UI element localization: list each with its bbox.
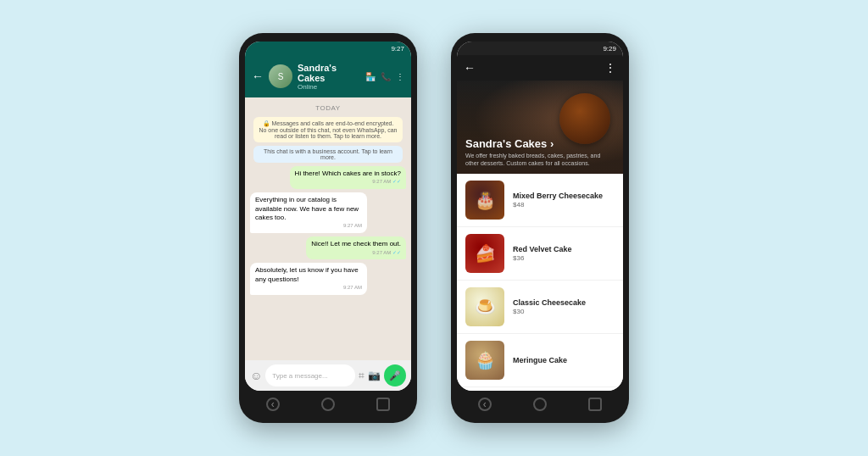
mic-button[interactable]: 🎤 (384, 364, 406, 386)
contact-status: Online (298, 83, 360, 91)
contact-name: Sandra's Cakes (298, 63, 360, 83)
item-info-1: Mixed Berry Cheesecake $48 (513, 192, 615, 209)
more-icon[interactable]: ⋮ (396, 72, 404, 81)
input-bar: ☺ Type a message... ⌗ 📷 🎤 (245, 360, 411, 391)
item-cake-1: 🎂 (465, 181, 504, 220)
phone-1-navbar (245, 394, 411, 414)
avatar-image: S (269, 64, 292, 88)
nav-recent-1[interactable] (376, 398, 390, 411)
item-price-3: $30 (513, 308, 615, 315)
message-time-1: 9:27 AM ✓✓ (295, 179, 401, 186)
item-name-4: Meringue Cake (513, 356, 615, 364)
catalog-item-3[interactable]: 🍮 Classic Cheesecake $30 (457, 281, 623, 334)
hero-text: Sandra's Cakes › We offer freshly baked … (465, 137, 615, 167)
business-name[interactable]: Sandra's Cakes › (465, 137, 615, 150)
nav-back-2[interactable] (478, 398, 492, 411)
message-4: Absolutely, let us know if you have any … (250, 263, 367, 295)
item-info-3: Classic Cheesecake $30 (513, 298, 615, 315)
nav-recent-2[interactable] (588, 398, 602, 411)
catalog-more-button[interactable]: ⋮ (604, 61, 616, 75)
business-description: We offer freshly baked breads, cakes, pa… (465, 152, 615, 167)
cake-icon-1: 🎂 (475, 190, 496, 210)
phone-1: 9:27 ← S Sandra's Cakes Online 🏪 📞 ⋮ TOD… (239, 33, 417, 423)
message-input-placeholder: Type a message... (272, 372, 327, 380)
catalog-list: 🎂 Mixed Berry Cheesecake $48 🍰 Red Velve… (457, 174, 623, 391)
item-image-2: 🍰 (465, 234, 504, 273)
emoji-button[interactable]: ☺ (250, 369, 262, 382)
status-time-1: 9:27 (391, 45, 404, 53)
item-info-4: Meringue Cake (513, 356, 615, 365)
phone-1-screen: 9:27 ← S Sandra's Cakes Online 🏪 📞 ⋮ TOD… (245, 42, 411, 391)
message-text-4: Absolutely, let us know if you have any … (255, 266, 362, 284)
contact-avatar: S (269, 64, 292, 88)
chat-body: TODAY 🔒 Messages and calls are end-to-en… (245, 97, 411, 360)
call-icon[interactable]: 📞 (381, 72, 391, 81)
nav-home-1[interactable] (321, 398, 335, 411)
catalog-item-2[interactable]: 🍰 Red Velvet Cake $36 (457, 227, 623, 281)
nav-back-1[interactable] (266, 398, 280, 411)
status-bar-2: 9:29 (457, 42, 623, 55)
phone-2: 9:29 ← ⋮ Sandra's Cakes › We offer fresh… (451, 33, 629, 423)
message-1: Hi there! Which cakes are in stock? 9:27… (290, 166, 406, 189)
message-3: Nice!! Let me check them out. 9:27 AM ✓✓ (306, 236, 406, 259)
catalog-item-4[interactable]: 🧁 Meringue Cake (457, 334, 623, 387)
status-bar-1: 9:27 (245, 42, 411, 55)
cake-icon-3: 🍮 (475, 297, 496, 317)
item-info-2: Red Velvet Cake $36 (513, 245, 615, 262)
catalog-back-button[interactable]: ← (464, 61, 476, 75)
message-text-2: Everything in our catalog is available n… (255, 196, 362, 222)
message-time-4: 9:27 AM (255, 285, 362, 292)
phone-2-navbar (457, 394, 623, 414)
nav-home-2[interactable] (533, 398, 547, 411)
header-info[interactable]: Sandra's Cakes Online (298, 63, 360, 91)
message-2: Everything in our catalog is available n… (250, 192, 367, 233)
item-cake-3: 🍮 (465, 287, 504, 326)
item-cake-2: 🍰 (465, 234, 504, 273)
message-time-3: 9:27 AM ✓✓ (311, 250, 401, 257)
item-image-4: 🧁 (465, 341, 504, 380)
message-text-3: Nice!! Let me check them out. (311, 240, 401, 248)
item-name-3: Classic Cheesecake (513, 298, 615, 307)
message-time-2: 9:27 AM (255, 223, 362, 230)
status-time-2: 9:29 (603, 45, 616, 53)
attach-button[interactable]: ⌗ (359, 370, 364, 381)
header-icons: 🏪 📞 ⋮ (365, 72, 404, 81)
whatsapp-header: ← S Sandra's Cakes Online 🏪 📞 ⋮ (245, 55, 411, 97)
item-image-1: 🎂 (465, 181, 504, 220)
catalog-screen: 9:29 ← ⋮ Sandra's Cakes › We offer fresh… (457, 42, 623, 391)
catalog-item-1[interactable]: 🎂 Mixed Berry Cheesecake $48 (457, 174, 623, 227)
business-notice[interactable]: This chat is with a business account. Ta… (253, 146, 403, 163)
camera-button[interactable]: 📷 (368, 370, 381, 381)
message-text-1: Hi there! Which cakes are in stock? (295, 170, 401, 178)
back-arrow-icon[interactable]: ← (252, 70, 264, 83)
cake-icon-2: 🍰 (475, 243, 496, 264)
item-cake-4: 🧁 (465, 341, 504, 380)
item-name-2: Red Velvet Cake (513, 245, 615, 253)
catalog-hero: Sandra's Cakes › We offer freshly baked … (457, 81, 623, 174)
item-price-2: $36 (513, 254, 615, 262)
item-price-1: $48 (513, 201, 615, 209)
cake-icon-4: 🧁 (475, 350, 496, 370)
chat-date: TODAY (250, 104, 406, 112)
item-name-1: Mixed Berry Cheesecake (513, 192, 615, 200)
encryption-notice: 🔒 Messages and calls are end-to-end encr… (253, 117, 403, 142)
item-image-3: 🍮 (465, 287, 504, 326)
shop-icon[interactable]: 🏪 (365, 72, 376, 81)
message-input-field[interactable]: Type a message... (265, 364, 355, 386)
catalog-nav-bar: ← ⋮ (457, 55, 623, 81)
